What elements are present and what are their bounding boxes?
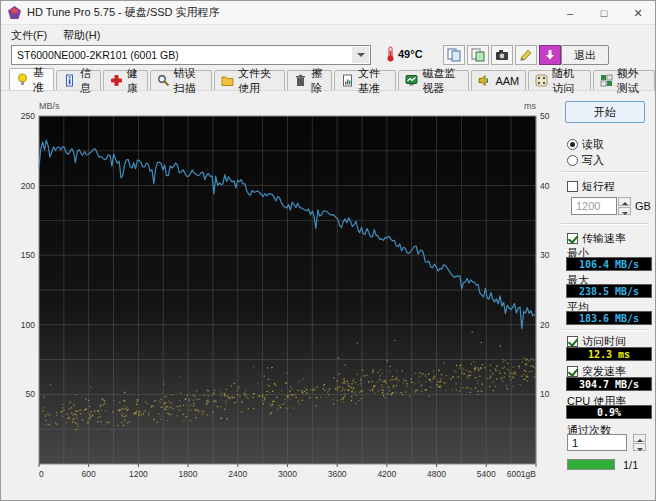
radio-icon: [567, 155, 578, 166]
transfer-rate-label: 传输速率: [582, 231, 626, 246]
svg-text:150: 150: [21, 250, 35, 260]
read-radio[interactable]: 读取: [567, 137, 604, 152]
spin-down-icon[interactable]: [633, 443, 646, 451]
svg-text:250: 250: [21, 111, 35, 121]
svg-text:100: 100: [21, 320, 35, 330]
tab-label: 随机访问: [552, 66, 583, 96]
read-radio-label: 读取: [582, 137, 604, 152]
tab-label: 文件基准: [358, 66, 389, 96]
svg-text:1200: 1200: [129, 469, 148, 479]
tab-bar: 基准 信息 健康 错误扫描 文件夹使用: [1, 69, 655, 91]
burst-rate-value: 304.7 MB/s: [566, 377, 652, 391]
maximize-button[interactable]: □: [587, 1, 621, 25]
checkbox-icon: [567, 233, 578, 244]
exit-button[interactable]: 退出: [561, 45, 609, 65]
progress-bar: [567, 459, 615, 470]
svg-text:4200: 4200: [377, 469, 396, 479]
tab-label: 文件夹使用: [238, 66, 278, 96]
copy-export-button[interactable]: [467, 45, 489, 65]
menu-bar: 文件(F) 帮助(H): [1, 26, 655, 44]
svg-text:1800: 1800: [179, 469, 198, 479]
transfer-rate-chart: MB/sms5010015020025010203040500600120018…: [9, 93, 553, 493]
tab-benchmark[interactable]: 基准: [9, 68, 54, 90]
tab-disk-monitor[interactable]: 磁盘监视器: [398, 70, 469, 90]
divider: [561, 171, 649, 172]
checkbox-icon: [567, 366, 578, 377]
trash-icon: [294, 74, 307, 87]
menu-help[interactable]: 帮助(H): [63, 28, 100, 43]
menu-file[interactable]: 文件(F): [11, 28, 47, 43]
thermometer-icon: [386, 46, 395, 62]
magnifier-icon: [157, 74, 170, 87]
cpu-usage-value: 0.9%: [566, 405, 652, 419]
title-bar: HD Tune Pro 5.75 - 硬盘/SSD 实用程序 – □ ✕: [1, 1, 655, 25]
svg-text:30: 30: [540, 250, 550, 260]
svg-text:0: 0: [39, 469, 44, 479]
temperature-indicator: 49°C: [386, 46, 423, 62]
short-stroke-label: 短行程: [582, 179, 615, 194]
short-stroke-stepper[interactable]: [618, 197, 631, 215]
screenshot-button[interactable]: [491, 45, 513, 65]
disk-monitor-icon: [405, 74, 418, 87]
spin-down-icon[interactable]: [618, 207, 631, 216]
tab-random-access[interactable]: 随机访问: [528, 70, 590, 90]
drive-select[interactable]: ST6000NE000-2KR101 (6001 GB): [11, 45, 371, 65]
tab-folder-usage[interactable]: 文件夹使用: [214, 70, 285, 90]
copy-icon: [447, 48, 461, 62]
pass-count-input[interactable]: 1: [567, 434, 627, 451]
health-cross-icon: [110, 74, 123, 87]
spin-up-icon[interactable]: [633, 434, 646, 442]
pass-count-stepper[interactable]: [633, 434, 646, 451]
drive-select-value: ST6000NE000-2KR101 (6001 GB): [17, 49, 179, 61]
tab-error-scan[interactable]: 错误扫描: [150, 70, 212, 90]
tab-erase[interactable]: 擦除: [287, 70, 332, 90]
copy-button[interactable]: [443, 45, 465, 65]
tab-info[interactable]: 信息: [56, 70, 101, 90]
min-value: 106.4 MB/s: [566, 257, 652, 271]
avg-value: 183.6 MB/s: [566, 311, 652, 325]
svg-text:3600: 3600: [328, 469, 347, 479]
temperature-value: 49°C: [398, 48, 423, 60]
tab-label: 错误扫描: [174, 66, 205, 96]
svg-text:3000: 3000: [278, 469, 297, 479]
radio-icon: [567, 139, 578, 150]
svg-text:MB/s: MB/s: [39, 101, 60, 111]
short-stroke-checkbox[interactable]: 短行程: [567, 179, 615, 194]
extra-tests-icon: [600, 74, 613, 87]
short-stroke-input[interactable]: 1200: [571, 197, 617, 215]
spin-up-icon[interactable]: [618, 197, 631, 206]
highlight-button[interactable]: [515, 45, 537, 65]
toolbar: ST6000NE000-2KR101 (6001 GB) 49°C: [1, 44, 655, 68]
minimize-button[interactable]: –: [553, 1, 587, 25]
app-window: HD Tune Pro 5.75 - 硬盘/SSD 实用程序 – □ ✕ 文件(…: [0, 0, 656, 501]
file-benchmark-icon: [341, 74, 354, 87]
short-stroke-unit: GB: [635, 200, 651, 212]
benchmark-panel: 开始 读取 写入 短行程 1200 GB 传输速率 最小 106.4 MB/s …: [557, 93, 653, 498]
save-download-icon: [544, 49, 556, 61]
random-access-icon: [535, 74, 548, 87]
save-results-button[interactable]: [539, 45, 561, 65]
tab-file-benchmark[interactable]: 文件基准: [334, 70, 396, 90]
tab-label: 基准: [33, 65, 47, 95]
svg-text:50: 50: [540, 111, 550, 121]
write-radio[interactable]: 写入: [567, 153, 604, 168]
svg-text:2400: 2400: [228, 469, 247, 479]
close-button[interactable]: ✕: [621, 1, 655, 25]
svg-text:20: 20: [540, 320, 550, 330]
tab-health[interactable]: 健康: [103, 70, 148, 90]
tab-label: 擦除: [311, 66, 325, 96]
svg-text:4800: 4800: [427, 469, 446, 479]
start-button[interactable]: 开始: [565, 101, 645, 123]
tab-extra-tests[interactable]: 额外测试: [593, 70, 655, 90]
tab-aam[interactable]: AAM: [471, 70, 526, 90]
svg-text:5400: 5400: [477, 469, 496, 479]
benchmark-chart: MB/sms5010015020025010203040500600120018…: [9, 93, 553, 493]
app-logo-icon: [8, 6, 21, 19]
chevron-down-icon[interactable]: [352, 47, 369, 63]
highlight-icon: [519, 48, 533, 62]
transfer-rate-checkbox[interactable]: 传输速率: [567, 231, 626, 246]
svg-text:40: 40: [540, 181, 550, 191]
tab-label: 信息: [80, 66, 94, 96]
divider: [561, 329, 649, 330]
svg-text:600: 600: [82, 469, 96, 479]
